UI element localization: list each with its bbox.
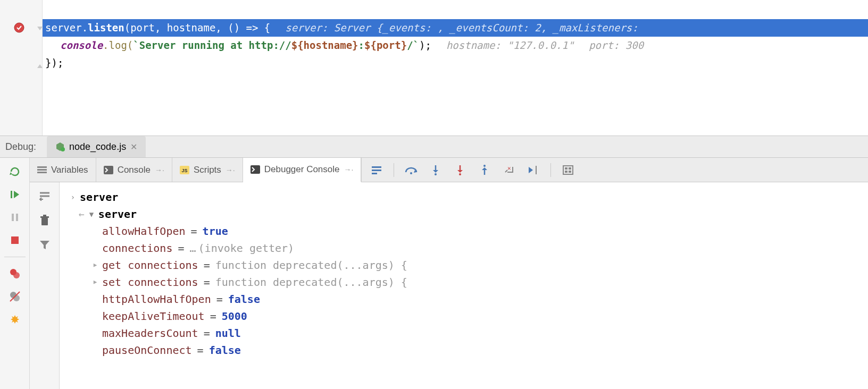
close-icon[interactable]: ✕ [130, 142, 137, 152]
property-key: get connections [102, 257, 198, 274]
svg-rect-4 [12, 214, 14, 221]
code-console: console [60, 37, 103, 54]
stop-button[interactable] [7, 233, 22, 248]
step-into-button[interactable] [428, 163, 443, 177]
chevron-down-icon[interactable]: ▼ [87, 206, 96, 223]
breakpoint-icon[interactable] [14, 22, 24, 33]
property-value: 5000 [222, 308, 247, 325]
console-object-name: server [98, 206, 137, 223]
property-value: function deprecated(...args) { [215, 274, 407, 291]
property-line[interactable]: allowHalfOpen=true [64, 223, 864, 240]
chevron-right-icon[interactable]: ▶ [90, 257, 100, 274]
console-content[interactable]: › server ← ▼ server allowHalfOpen=trueco… [60, 182, 868, 389]
svg-point-0 [14, 23, 24, 32]
chevron-right-icon[interactable]: › [68, 189, 78, 206]
property-key: pauseOnConnect [102, 342, 192, 359]
tab-label: Scripts [194, 165, 221, 175]
rerun-button[interactable] [7, 164, 22, 179]
tab-label: Debugger Console [264, 164, 340, 175]
property-key: set connections [102, 274, 198, 291]
fold-icon[interactable] [36, 60, 44, 67]
console-body: › server ← ▼ server allowHalfOpen=trueco… [30, 182, 868, 389]
filter-button[interactable] [37, 238, 52, 252]
code-args: (port, hostname, () => { [124, 19, 271, 37]
svg-point-2 [61, 147, 65, 151]
inline-hint: hostname: "127.0.0.1" [446, 37, 574, 54]
pin-icon[interactable]: →· [226, 166, 235, 174]
svg-point-10 [13, 295, 20, 301]
clear-button[interactable] [37, 213, 52, 228]
property-line[interactable]: ▶get connections=function deprecated(...… [64, 257, 864, 274]
drop-frame-button[interactable]: ✕ [502, 163, 516, 177]
console-prompt-line[interactable]: › server [64, 189, 864, 206]
svg-text:JS: JS [181, 168, 187, 173]
step-out-button[interactable] [477, 163, 492, 177]
settings-icon[interactable] [7, 312, 22, 327]
editor-pane: server.listen(port, hostname, () => {ser… [0, 0, 868, 136]
pin-icon[interactable]: →· [344, 165, 354, 174]
debugger-console-icon [251, 165, 260, 174]
debug-label: Debug: [5, 141, 36, 153]
svg-rect-20 [372, 170, 381, 171]
nodejs-icon [55, 142, 65, 151]
invoke-getter-link[interactable]: (invoke getter) [198, 240, 295, 257]
code-line[interactable]: }); [45, 54, 868, 72]
code-line[interactable]: console.log(`Server running at http://${… [45, 37, 868, 54]
svg-rect-5 [16, 214, 18, 221]
view-breakpoints-button[interactable] [7, 266, 22, 281]
tab-console[interactable]: Console →· [96, 158, 172, 182]
force-step-into-button[interactable] [453, 163, 468, 177]
mute-breakpoints-button[interactable] [7, 289, 22, 304]
svg-rect-13 [37, 169, 47, 171]
svg-rect-21 [372, 173, 377, 174]
svg-point-26 [459, 173, 461, 175]
code-content[interactable]: server.listen(port, hostname, () => {ser… [0, 0, 868, 72]
code-line-highlighted[interactable]: server.listen(port, hostname, () => {ser… [43, 19, 868, 37]
debug-config-tab[interactable]: node_code.js ✕ [47, 136, 146, 157]
console-side-toolbar [30, 182, 60, 389]
chevron-right-icon[interactable]: ▶ [90, 274, 100, 291]
svg-rect-39 [40, 216, 49, 218]
property-line[interactable]: maxHeadersCount=null [64, 325, 864, 342]
svg-rect-14 [37, 172, 47, 173]
svg-rect-34 [565, 171, 567, 173]
inline-hint: port: 300 [589, 37, 644, 54]
svg-rect-31 [563, 166, 573, 174]
evaluate-expression-button[interactable] [561, 163, 575, 177]
tab-label: Variables [51, 165, 88, 175]
svg-point-22 [410, 172, 412, 174]
property-key: allowHalfOpen [102, 223, 186, 240]
property-key: httpAllowHalfOpen [102, 291, 211, 308]
resume-button[interactable] [7, 187, 22, 202]
pause-button[interactable] [7, 210, 22, 225]
show-execution-point-button[interactable] [369, 163, 384, 177]
run-to-cursor-button[interactable] [526, 163, 541, 177]
separator [4, 257, 26, 257]
code-method: listen [88, 19, 124, 37]
debug-tabs-row: Variables Console →· JS Scripts →· Debug… [30, 158, 868, 182]
property-line[interactable]: httpAllowHalfOpen=false [64, 291, 864, 308]
tab-scripts[interactable]: JS Scripts →· [172, 158, 243, 182]
step-over-button[interactable] [404, 163, 419, 177]
console-result-line[interactable]: ← ▼ server [64, 206, 864, 223]
history-back-button[interactable] [37, 189, 52, 204]
property-line[interactable]: pauseOnConnect=false [64, 342, 864, 359]
pin-icon[interactable]: →· [155, 166, 164, 174]
property-key: keepAliveTimeout [102, 308, 205, 325]
separator [550, 163, 551, 177]
inline-hint: server: Server {_events: , _eventsCount:… [285, 19, 638, 37]
svg-rect-35 [569, 171, 571, 173]
svg-rect-33 [569, 167, 571, 170]
property-value: null [215, 325, 241, 342]
svg-rect-19 [372, 166, 381, 168]
property-line[interactable]: ▶set connections=function deprecated(...… [64, 274, 864, 291]
tab-variables[interactable]: Variables [30, 158, 96, 182]
property-line[interactable]: keepAliveTimeout=5000 [64, 308, 864, 325]
fold-icon[interactable] [36, 23, 44, 31]
svg-point-24 [435, 173, 437, 175]
tab-debugger-console[interactable]: Debugger Console →· [243, 158, 362, 182]
property-line[interactable]: connections=… (invoke getter) [64, 240, 864, 257]
code-log: .log( [103, 37, 133, 54]
svg-text:✕: ✕ [507, 165, 511, 172]
variables-icon [37, 166, 47, 174]
